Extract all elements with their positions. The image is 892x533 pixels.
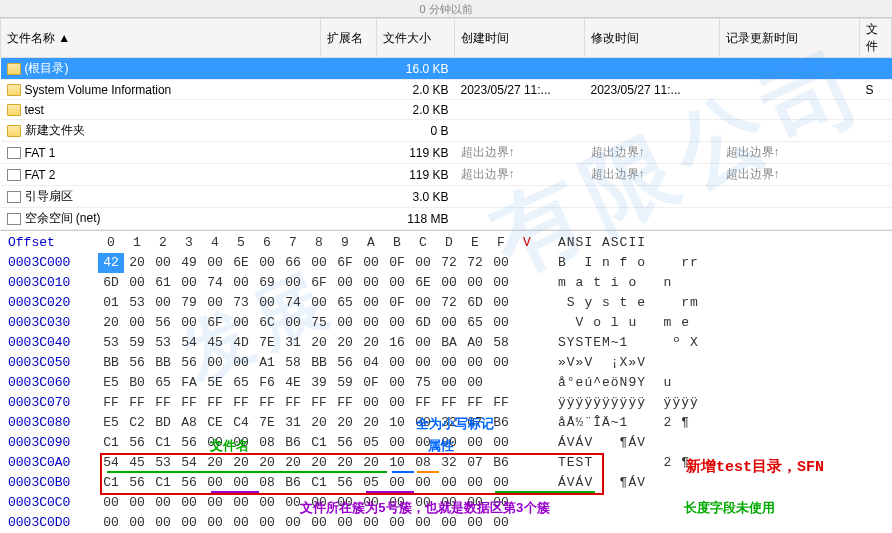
hex-byte[interactable]: 53 bbox=[150, 453, 176, 473]
hex-byte[interactable]: 00 bbox=[98, 493, 124, 513]
hex-byte[interactable]: 00 bbox=[306, 493, 332, 513]
col-ext[interactable]: 扩展名 bbox=[321, 19, 377, 58]
hex-byte[interactable]: 00 bbox=[488, 473, 514, 493]
hex-byte[interactable]: 0F bbox=[384, 293, 410, 313]
hex-byte[interactable]: 20 bbox=[358, 333, 384, 353]
hex-byte[interactable]: A0 bbox=[462, 333, 488, 353]
hex-byte[interactable]: FF bbox=[332, 393, 358, 413]
hex-byte[interactable]: 00 bbox=[384, 393, 410, 413]
hex-byte[interactable]: FF bbox=[98, 393, 124, 413]
hex-byte[interactable]: 20 bbox=[124, 253, 150, 273]
col-modified[interactable]: 修改时间 bbox=[585, 19, 720, 58]
hex-byte[interactable]: 00 bbox=[410, 493, 436, 513]
hex-byte[interactable]: 00 bbox=[124, 273, 150, 293]
hex-byte[interactable]: 65 bbox=[332, 293, 358, 313]
hex-byte[interactable]: 00 bbox=[436, 433, 462, 453]
col-name[interactable]: 文件名称 ▲ bbox=[1, 19, 321, 58]
col-created[interactable]: 创建时间 bbox=[455, 19, 585, 58]
hex-byte[interactable]: 00 bbox=[228, 273, 254, 293]
hex-byte[interactable]: 00 bbox=[384, 433, 410, 453]
hex-byte[interactable]: FF bbox=[254, 393, 280, 413]
hex-byte[interactable]: 00 bbox=[358, 273, 384, 293]
hex-byte[interactable]: 6D bbox=[410, 313, 436, 333]
hex-byte[interactable]: 56 bbox=[332, 433, 358, 453]
hex-byte[interactable]: 00 bbox=[176, 313, 202, 333]
hex-byte[interactable]: 00 bbox=[436, 473, 462, 493]
hex-byte[interactable]: 00 bbox=[332, 513, 358, 533]
hex-byte[interactable]: 00 bbox=[462, 273, 488, 293]
hex-byte[interactable]: 20 bbox=[306, 453, 332, 473]
hex-byte[interactable]: 00 bbox=[280, 493, 306, 513]
hex-byte[interactable]: FF bbox=[306, 393, 332, 413]
hex-byte[interactable]: 49 bbox=[176, 253, 202, 273]
hex-byte[interactable]: 00 bbox=[98, 513, 124, 533]
hex-byte[interactable]: 00 bbox=[462, 493, 488, 513]
hex-byte[interactable]: BB bbox=[306, 353, 332, 373]
hex-byte[interactable]: E5 bbox=[98, 373, 124, 393]
hex-byte[interactable]: 20 bbox=[306, 333, 332, 353]
hex-byte[interactable]: 00 bbox=[488, 493, 514, 513]
table-row[interactable]: 新建文件夹0 B bbox=[1, 120, 892, 142]
hex-byte[interactable]: 00 bbox=[436, 273, 462, 293]
hex-byte[interactable]: 42 bbox=[98, 253, 124, 273]
hex-byte[interactable]: 0F bbox=[358, 373, 384, 393]
hex-byte[interactable]: 56 bbox=[332, 353, 358, 373]
hex-byte[interactable]: 00 bbox=[384, 373, 410, 393]
hex-byte[interactable]: 00 bbox=[488, 253, 514, 273]
hex-byte[interactable]: 00 bbox=[202, 353, 228, 373]
hex-byte[interactable]: 56 bbox=[332, 473, 358, 493]
hex-byte[interactable]: E5 bbox=[98, 413, 124, 433]
table-row[interactable]: test2.0 KB bbox=[1, 100, 892, 120]
hex-byte[interactable]: 66 bbox=[280, 253, 306, 273]
hex-byte[interactable]: 53 bbox=[98, 333, 124, 353]
hex-byte[interactable]: 00 bbox=[254, 493, 280, 513]
hex-byte[interactable]: B6 bbox=[280, 473, 306, 493]
hex-byte[interactable]: 00 bbox=[358, 513, 384, 533]
hex-byte[interactable]: 61 bbox=[150, 273, 176, 293]
hex-byte[interactable]: 16 bbox=[384, 333, 410, 353]
hex-byte[interactable]: 59 bbox=[332, 373, 358, 393]
table-row[interactable]: 引导扇区3.0 KB bbox=[1, 186, 892, 208]
hex-byte[interactable]: 00 bbox=[150, 513, 176, 533]
hex-byte[interactable]: C1 bbox=[98, 433, 124, 453]
hex-byte[interactable]: 56 bbox=[124, 353, 150, 373]
hex-byte[interactable]: 75 bbox=[306, 313, 332, 333]
hex-byte[interactable]: 20 bbox=[332, 453, 358, 473]
hex-byte[interactable]: 6E bbox=[228, 253, 254, 273]
hex-row[interactable]: 0003C04053595354454D7E312020201600BAA058… bbox=[0, 333, 892, 353]
hex-byte[interactable]: 00 bbox=[306, 293, 332, 313]
hex-byte[interactable]: 00 bbox=[176, 273, 202, 293]
hex-byte[interactable]: A8 bbox=[176, 413, 202, 433]
hex-byte[interactable]: 00 bbox=[462, 473, 488, 493]
hex-row[interactable]: 0003C080E5C2BDA8CEC47E3120202010003207B6… bbox=[0, 413, 892, 433]
hex-byte[interactable]: 4D bbox=[228, 333, 254, 353]
hex-byte[interactable]: FF bbox=[176, 393, 202, 413]
hex-byte[interactable]: FF bbox=[202, 393, 228, 413]
hex-byte[interactable]: 00 bbox=[202, 293, 228, 313]
hex-byte[interactable]: 00 bbox=[410, 293, 436, 313]
table-row[interactable]: 空余空间 (net)118 MB bbox=[1, 208, 892, 230]
table-row[interactable]: FAT 1119 KB超出边界↑超出边界↑超出边界↑ bbox=[1, 142, 892, 164]
hex-byte[interactable]: 20 bbox=[228, 453, 254, 473]
table-row[interactable]: FAT 2119 KB超出边界↑超出边界↑超出边界↑ bbox=[1, 164, 892, 186]
hex-byte[interactable]: 00 bbox=[384, 513, 410, 533]
hex-byte[interactable]: 7E bbox=[254, 413, 280, 433]
hex-row[interactable]: 0003C0D000000000000000000000000000000000 bbox=[0, 513, 892, 533]
hex-byte[interactable]: 00 bbox=[306, 513, 332, 533]
hex-byte[interactable]: 00 bbox=[228, 353, 254, 373]
hex-byte[interactable]: 00 bbox=[228, 493, 254, 513]
hex-byte[interactable]: 00 bbox=[332, 313, 358, 333]
hex-byte[interactable]: 72 bbox=[436, 253, 462, 273]
hex-byte[interactable]: 54 bbox=[98, 453, 124, 473]
hex-byte[interactable]: 01 bbox=[98, 293, 124, 313]
hex-byte[interactable]: 00 bbox=[254, 253, 280, 273]
hex-byte[interactable]: 53 bbox=[150, 333, 176, 353]
hex-byte[interactable]: 20 bbox=[332, 333, 358, 353]
hex-byte[interactable]: 4E bbox=[280, 373, 306, 393]
hex-byte[interactable]: 00 bbox=[410, 353, 436, 373]
hex-byte[interactable]: 00 bbox=[332, 273, 358, 293]
hex-byte[interactable]: 54 bbox=[176, 453, 202, 473]
hex-byte[interactable]: 74 bbox=[280, 293, 306, 313]
hex-byte[interactable]: CE bbox=[202, 413, 228, 433]
hex-byte[interactable]: 00 bbox=[202, 513, 228, 533]
